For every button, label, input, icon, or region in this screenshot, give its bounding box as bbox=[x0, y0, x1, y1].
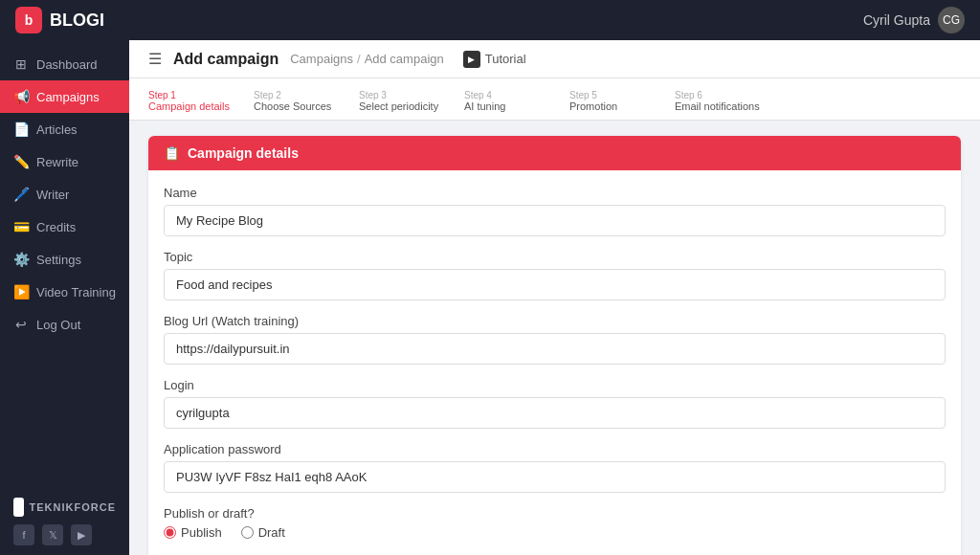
sidebar-item-articles[interactable]: 📄 Articles bbox=[0, 113, 129, 145]
step-5[interactable]: Step 5 Promotion bbox=[569, 86, 675, 120]
sidebar-item-label: Settings bbox=[36, 253, 81, 267]
name-group: Name bbox=[164, 186, 946, 236]
step-4[interactable]: Step 4 AI tuning bbox=[464, 86, 569, 120]
draft-label: Draft bbox=[258, 525, 285, 540]
brand-logo: b BLOGI bbox=[15, 7, 104, 33]
card-header-icon: 📋 bbox=[164, 145, 180, 161]
sidebar: ⊞ Dashboard 📢 Campaigns 📄 Articles ✏️ Re… bbox=[0, 40, 129, 555]
sidebar-item-label: Video Training bbox=[36, 285, 116, 300]
name-input[interactable] bbox=[164, 205, 946, 236]
page-title: Add campaign bbox=[173, 51, 278, 68]
tutorial-label: Tutorial bbox=[485, 52, 526, 66]
articles-icon: 📄 bbox=[13, 122, 29, 137]
sidebar-item-label: Writer bbox=[36, 188, 69, 202]
draft-option[interactable]: Draft bbox=[241, 525, 285, 540]
topic-group: Topic bbox=[164, 250, 946, 300]
main-layout: ⊞ Dashboard 📢 Campaigns 📄 Articles ✏️ Re… bbox=[0, 40, 980, 555]
breadcrumb-campaigns: Campaigns bbox=[290, 52, 353, 66]
tutorial-icon: ▶ bbox=[463, 51, 480, 68]
radio-group: Publish Draft bbox=[164, 525, 946, 540]
step-6-label: Email notifications bbox=[675, 100, 760, 112]
blog-url-group: Blog Url (Watch training) bbox=[164, 314, 946, 365]
name-label: Name bbox=[164, 186, 946, 200]
step-5-label: Promotion bbox=[569, 100, 617, 112]
step-5-number: Step 5 bbox=[569, 90, 597, 100]
topic-input[interactable] bbox=[164, 269, 946, 300]
topic-label: Topic bbox=[164, 250, 946, 264]
sidebar-item-settings[interactable]: ⚙️ Settings bbox=[0, 243, 129, 276]
card-header: 📋 Campaign details bbox=[148, 136, 961, 170]
sidebar-bottom: TEKNIKFORCE f 𝕏 ▶ bbox=[0, 488, 129, 555]
step-1[interactable]: Step 1 Campaign details bbox=[148, 86, 254, 120]
step-6[interactable]: Step 6 Email notifications bbox=[675, 86, 780, 120]
teknikforce-logo bbox=[13, 498, 24, 517]
brand-icon: b bbox=[15, 7, 42, 33]
publish-option[interactable]: Publish bbox=[164, 525, 222, 540]
publish-label: Publish bbox=[181, 525, 222, 540]
sidebar-item-label: Campaigns bbox=[36, 90, 100, 104]
blog-url-input[interactable] bbox=[164, 333, 946, 365]
hamburger-icon[interactable]: ☰ bbox=[148, 50, 162, 68]
writer-icon: 🖊️ bbox=[13, 187, 29, 202]
sidebar-item-dashboard[interactable]: ⊞ Dashboard bbox=[0, 48, 129, 80]
publish-draft-label: Publish or draft? bbox=[164, 506, 946, 521]
campaign-details-card: 📋 Campaign details Name Topic Blog Url (… bbox=[148, 136, 961, 555]
avatar: CG bbox=[938, 7, 965, 33]
sidebar-item-label: Credits bbox=[36, 220, 76, 234]
top-navigation: b BLOGI Cyril Gupta CG bbox=[0, 0, 980, 40]
twitter-icon[interactable]: 𝕏 bbox=[42, 524, 63, 545]
youtube-icon[interactable]: ▶ bbox=[71, 524, 92, 545]
steps-bar: Step 1 Campaign details Step 2 Choose So… bbox=[129, 78, 980, 121]
dashboard-icon: ⊞ bbox=[13, 56, 29, 72]
step-3-label: Select periodicity bbox=[359, 100, 438, 112]
publish-draft-group: Publish or draft? Publish Draft bbox=[164, 506, 946, 540]
sidebar-brand-bottom: TEKNIKFORCE bbox=[13, 498, 116, 517]
user-info: Cyril Gupta CG bbox=[863, 7, 965, 33]
sidebar-item-credits[interactable]: 💳 Credits bbox=[0, 211, 129, 243]
rewrite-icon: ✏️ bbox=[13, 154, 29, 169]
content-header: ☰ Add campaign Campaigns / Add campaign … bbox=[129, 40, 980, 78]
logout-icon: ↩ bbox=[13, 317, 29, 332]
brand-name: BLOGI bbox=[50, 11, 104, 31]
credits-icon: 💳 bbox=[13, 219, 29, 234]
sidebar-item-campaigns[interactable]: 📢 Campaigns bbox=[0, 80, 129, 113]
draft-radio[interactable] bbox=[241, 526, 254, 539]
card-header-title: Campaign details bbox=[188, 145, 299, 161]
app-password-group: Application password bbox=[164, 442, 946, 493]
step-3[interactable]: Step 3 Select periodicity bbox=[359, 86, 464, 120]
breadcrumb: Campaigns / Add campaign bbox=[290, 52, 444, 66]
sidebar-item-label: Rewrite bbox=[36, 155, 78, 169]
tutorial-button[interactable]: ▶ Tutorial bbox=[463, 51, 526, 68]
form-area: 📋 Campaign details Name Topic Blog Url (… bbox=[129, 121, 980, 555]
step-4-label: AI tuning bbox=[464, 100, 505, 112]
sidebar-item-video-training[interactable]: ▶️ Video Training bbox=[0, 276, 129, 308]
campaigns-icon: 📢 bbox=[13, 89, 29, 104]
step-4-number: Step 4 bbox=[464, 90, 492, 100]
sidebar-item-label: Log Out bbox=[36, 318, 80, 332]
teknikforce-name: TEKNIKFORCE bbox=[30, 501, 116, 513]
sidebar-item-label: Dashboard bbox=[36, 57, 98, 72]
sidebar-item-logout[interactable]: ↩ Log Out bbox=[0, 308, 129, 341]
sidebar-item-writer[interactable]: 🖊️ Writer bbox=[0, 178, 129, 211]
step-2-number: Step 2 bbox=[254, 90, 281, 100]
login-input[interactable] bbox=[164, 397, 946, 429]
step-6-number: Step 6 bbox=[675, 90, 702, 100]
social-icons-group: f 𝕏 ▶ bbox=[13, 524, 116, 545]
sidebar-item-rewrite[interactable]: ✏️ Rewrite bbox=[0, 145, 129, 178]
card-body: Name Topic Blog Url (Watch training) Log… bbox=[148, 170, 961, 555]
sidebar-item-label: Articles bbox=[36, 122, 78, 137]
video-training-icon: ▶️ bbox=[13, 284, 29, 300]
step-1-label: Campaign details bbox=[148, 100, 230, 112]
step-2[interactable]: Step 2 Choose Sources bbox=[254, 86, 359, 120]
facebook-icon[interactable]: f bbox=[13, 524, 34, 545]
step-2-label: Choose Sources bbox=[254, 100, 331, 112]
login-label: Login bbox=[164, 378, 946, 392]
user-name: Cyril Gupta bbox=[863, 12, 930, 28]
app-password-label: Application password bbox=[164, 442, 946, 456]
publish-radio[interactable] bbox=[164, 526, 176, 539]
app-password-input[interactable] bbox=[164, 461, 946, 493]
breadcrumb-sep: / bbox=[357, 52, 361, 66]
breadcrumb-current: Add campaign bbox=[365, 52, 444, 66]
content-area: ☰ Add campaign Campaigns / Add campaign … bbox=[129, 40, 980, 555]
step-3-number: Step 3 bbox=[359, 90, 387, 100]
